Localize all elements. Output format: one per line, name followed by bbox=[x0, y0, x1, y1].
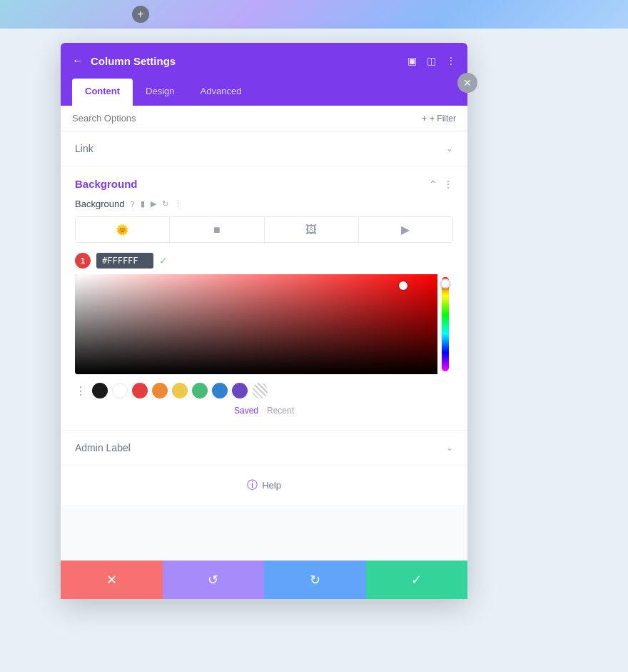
color-hex-input[interactable] bbox=[96, 253, 153, 269]
search-input[interactable] bbox=[72, 113, 422, 124]
color-value-row: 1 ✓ bbox=[75, 253, 453, 269]
background-type-tabs: 🌞 ■ 🖼 ▶ bbox=[75, 216, 453, 243]
background-sublabel: Background bbox=[75, 199, 124, 209]
hue-slider-handle[interactable] bbox=[440, 279, 450, 289]
background-section-title: Background bbox=[75, 178, 138, 190]
search-bar: + + Filter bbox=[61, 106, 467, 131]
filter-label: + Filter bbox=[430, 114, 456, 124]
help-circle-icon: ⓘ bbox=[247, 478, 258, 492]
preview-icon[interactable]: ▣ bbox=[407, 55, 417, 66]
bg-type-color[interactable]: 🌞 bbox=[76, 217, 170, 242]
swatch-green[interactable] bbox=[192, 383, 208, 398]
admin-label-section: Admin Label ⌄ bbox=[61, 431, 467, 466]
modal-header: ← Column Settings ▣ ◫ ⋮ bbox=[61, 43, 467, 79]
help-label[interactable]: Help bbox=[262, 480, 281, 491]
picker-cursor bbox=[399, 281, 407, 290]
hue-slider[interactable] bbox=[442, 277, 449, 371]
background-image bbox=[0, 0, 628, 29]
color-badge: 1 bbox=[75, 253, 91, 269]
swatch-orange[interactable] bbox=[152, 383, 168, 398]
admin-chevron-icon: ⌄ bbox=[446, 443, 453, 453]
filter-button[interactable]: + + Filter bbox=[422, 114, 456, 124]
background-section-header: Background ⌃ ⋮ bbox=[75, 166, 453, 199]
saved-tab[interactable]: Saved bbox=[234, 406, 258, 416]
color-tab-icon: 🌞 bbox=[116, 224, 129, 236]
swatch-purple[interactable] bbox=[232, 383, 248, 398]
more-icon[interactable]: ⋮ bbox=[446, 55, 456, 66]
header-left: ← Column Settings bbox=[72, 54, 176, 67]
redo-icon: ↻ bbox=[310, 572, 320, 588]
more-sublabel-icon[interactable]: ⋮ bbox=[174, 199, 182, 209]
cancel-button[interactable]: ✕ bbox=[61, 561, 163, 599]
color-gradient-area[interactable] bbox=[75, 274, 437, 374]
tab-advanced[interactable]: Advanced bbox=[188, 79, 255, 106]
background-section: Background ⌃ ⋮ Background ? ▮ ▶ ↻ ⋮ 🌞 bbox=[61, 166, 467, 431]
bg-type-image[interactable]: 🖼 bbox=[265, 217, 359, 242]
background-sublabel-row: Background ? ▮ ▶ ↻ ⋮ bbox=[75, 199, 453, 209]
filter-icon: + bbox=[422, 114, 427, 124]
column-settings-modal: ← Column Settings ▣ ◫ ⋮ Content Design A… bbox=[61, 43, 467, 599]
picker-black-gradient bbox=[75, 274, 437, 374]
background-label-row: Background bbox=[75, 178, 138, 190]
reset-button[interactable]: ↺ bbox=[163, 561, 265, 599]
header-right: ▣ ◫ ⋮ bbox=[407, 55, 456, 66]
recent-tab[interactable]: Recent bbox=[267, 406, 294, 416]
admin-label-title: Admin Label bbox=[75, 442, 131, 453]
collapse-icon[interactable]: ⌃ bbox=[429, 179, 437, 190]
more-swatches-icon[interactable]: ⋮ bbox=[75, 384, 88, 398]
swatch-yellow[interactable] bbox=[172, 383, 188, 398]
tab-content[interactable]: Content bbox=[72, 79, 133, 106]
save-button[interactable]: ✓ bbox=[366, 561, 468, 599]
back-arrow-icon[interactable]: ← bbox=[72, 54, 83, 67]
tab-design[interactable]: Design bbox=[133, 79, 187, 106]
bg-type-gradient[interactable]: ■ bbox=[170, 217, 264, 242]
background-more-icon[interactable]: ⋮ bbox=[443, 179, 453, 190]
swatches-row: ⋮ bbox=[75, 383, 453, 398]
cancel-icon: ✕ bbox=[106, 572, 117, 588]
copy-icon[interactable]: ▮ bbox=[141, 199, 145, 209]
saved-recent-tabs: Saved Recent bbox=[75, 406, 453, 416]
plus-icon: + bbox=[137, 8, 143, 21]
gradient-tab-icon: ■ bbox=[213, 224, 221, 236]
help-row: ⓘ Help bbox=[61, 466, 467, 505]
layout-icon[interactable]: ◫ bbox=[427, 55, 436, 66]
reset-icon: ↺ bbox=[208, 572, 218, 588]
swatch-blue[interactable] bbox=[212, 383, 228, 398]
video-tab-icon: ▶ bbox=[401, 223, 410, 236]
bottom-buttons: ✕ ↺ ↻ ✓ bbox=[61, 560, 467, 599]
swatch-black[interactable] bbox=[92, 383, 108, 398]
swatch-red[interactable] bbox=[132, 383, 148, 398]
link-section: Link ⌄ bbox=[61, 131, 467, 166]
add-button[interactable]: + bbox=[132, 6, 149, 23]
color-picker[interactable] bbox=[75, 274, 453, 374]
hue-slider-wrap bbox=[437, 274, 453, 374]
image-tab-icon: 🖼 bbox=[305, 224, 317, 236]
cursor-icon[interactable]: ▶ bbox=[151, 199, 156, 209]
reset-icon[interactable]: ↻ bbox=[162, 199, 168, 209]
background-header-right: ⌃ ⋮ bbox=[429, 179, 453, 190]
link-section-title: Link bbox=[75, 143, 93, 154]
admin-label-header[interactable]: Admin Label ⌄ bbox=[61, 431, 467, 465]
redo-button[interactable]: ↻ bbox=[264, 561, 366, 599]
link-section-header[interactable]: Link ⌄ bbox=[61, 131, 467, 166]
modal-content: Link ⌄ Background ⌃ ⋮ Background ? ▮ ▶ bbox=[61, 131, 467, 560]
help-icon[interactable]: ? bbox=[130, 200, 134, 209]
bg-type-video[interactable]: ▶ bbox=[359, 217, 452, 242]
tab-bar: Content Design Advanced bbox=[61, 79, 467, 106]
color-confirm-icon[interactable]: ✓ bbox=[159, 255, 168, 266]
link-chevron-icon: ⌄ bbox=[446, 144, 453, 154]
swatch-transparent[interactable] bbox=[252, 383, 268, 398]
close-button[interactable]: ✕ bbox=[457, 73, 477, 93]
modal-title: Column Settings bbox=[91, 55, 176, 67]
save-icon: ✓ bbox=[411, 572, 422, 588]
swatch-white[interactable] bbox=[112, 383, 128, 398]
